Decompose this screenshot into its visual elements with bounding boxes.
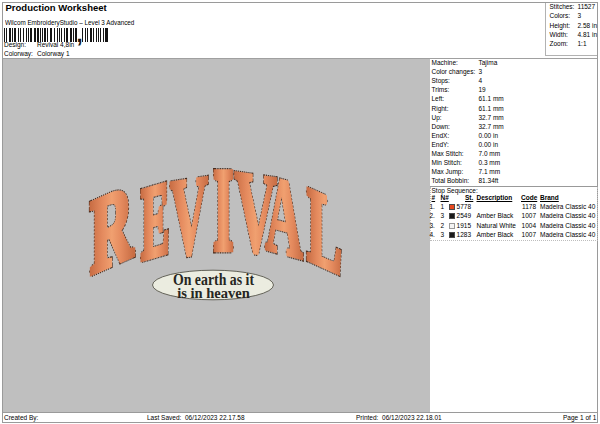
svg-text:E: E (141, 160, 169, 281)
svg-text:V: V (170, 152, 208, 280)
svg-text:R: R (90, 160, 133, 296)
svg-text:A: A (265, 151, 303, 283)
svg-text:I: I (213, 145, 233, 273)
svg-text:is in heaven: is in heaven (177, 285, 250, 301)
svg-text:L: L (307, 165, 342, 296)
